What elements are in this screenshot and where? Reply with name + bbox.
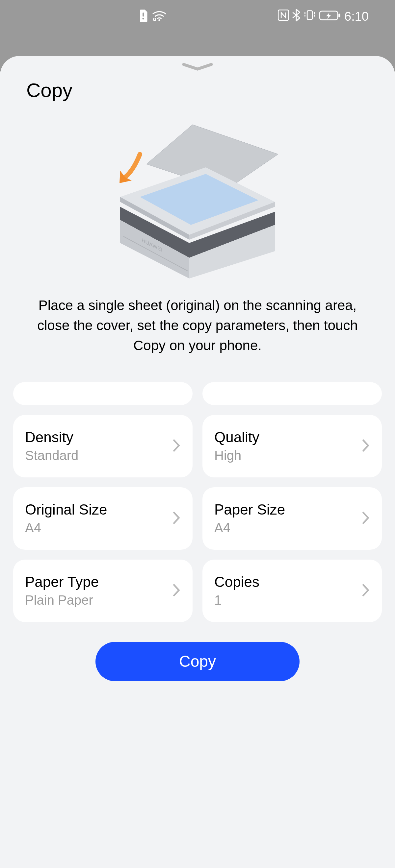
setting-label: Copies xyxy=(214,574,259,590)
battery-icon xyxy=(319,9,341,24)
svg-rect-0 xyxy=(143,12,144,17)
svg-rect-7 xyxy=(338,13,340,17)
setting-original-size[interactable]: Original Size A4 xyxy=(13,487,193,550)
setting-value: 1 xyxy=(214,593,259,608)
chevron-right-icon xyxy=(172,439,181,454)
setting-value: Plain Paper xyxy=(25,593,99,608)
vibrate-icon xyxy=(304,9,316,24)
sim-alert-icon xyxy=(138,9,148,23)
setting-value: A4 xyxy=(25,521,107,535)
chevron-right-icon xyxy=(361,511,370,526)
chevron-right-icon xyxy=(172,511,181,526)
copy-button[interactable]: Copy xyxy=(95,642,300,681)
printer-illustration: HUAWEI xyxy=(107,121,288,279)
chevron-right-icon xyxy=(172,583,181,598)
copy-sheet: Copy HUAWEI Place a single sheet (origin… xyxy=(0,56,395,868)
setting-label: Quality xyxy=(214,429,259,445)
setting-quality[interactable]: Quality High xyxy=(202,415,382,477)
svg-point-2 xyxy=(158,19,160,21)
svg-point-1 xyxy=(143,18,144,20)
instruction-text: Place a single sheet (original) on the s… xyxy=(26,296,369,356)
svg-rect-5 xyxy=(307,10,312,20)
chevron-right-icon xyxy=(361,583,370,598)
card-stub-right[interactable] xyxy=(202,382,382,405)
status-bar: 6:10 xyxy=(0,0,395,33)
chevron-right-icon xyxy=(361,439,370,454)
setting-label: Paper Size xyxy=(214,501,285,518)
setting-value: High xyxy=(214,448,259,463)
setting-copies[interactable]: Copies 1 xyxy=(202,560,382,622)
setting-value: A4 xyxy=(214,521,285,535)
bluetooth-icon xyxy=(292,9,300,24)
setting-density[interactable]: Density Standard xyxy=(13,415,193,477)
status-time: 6:10 xyxy=(344,9,369,24)
page-title: Copy xyxy=(26,79,382,102)
setting-label: Density xyxy=(25,429,78,445)
settings-grid: Density Standard Quality High Original S… xyxy=(13,382,382,622)
setting-paper-size[interactable]: Paper Size A4 xyxy=(202,487,382,550)
card-stub-left[interactable] xyxy=(13,382,193,405)
setting-label: Paper Type xyxy=(25,574,99,590)
nfc-icon xyxy=(278,9,289,24)
drag-handle[interactable] xyxy=(181,62,214,72)
setting-value: Standard xyxy=(25,448,78,463)
setting-label: Original Size xyxy=(25,501,107,518)
setting-paper-type[interactable]: Paper Type Plain Paper xyxy=(13,560,193,622)
wifi-icon xyxy=(152,10,167,23)
